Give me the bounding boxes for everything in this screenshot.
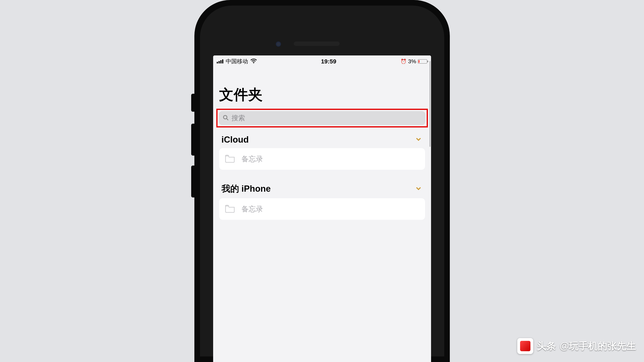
section-title: 我的 iPhone [222,183,271,195]
phone-screen: 中国移动 19:59 ⏰ 3% 文件夹 搜索 [213,55,431,362]
phone-camera [276,41,281,47]
section-title: iCloud [222,135,249,145]
svg-line-2 [227,119,228,120]
folder-label: 备忘录 [242,204,263,214]
folder-icon [225,154,235,164]
search-placeholder: 搜索 [232,113,245,123]
folder-icon [225,204,235,214]
watermark: 头条 @玩手机的张先生 [517,338,636,354]
search-icon [223,115,229,121]
wifi-icon [250,59,257,64]
svg-point-0 [253,63,254,63]
phone-volume-up-button [191,124,194,156]
folder-item-notes-icloud[interactable]: 备忘录 [219,148,425,170]
phone-speaker [294,41,340,46]
battery-icon [418,59,427,64]
search-highlight-annotation: 搜索 [216,109,428,127]
search-input[interactable]: 搜索 [219,111,426,125]
status-bar: 中国移动 19:59 ⏰ 3% [213,55,431,66]
phone-bezel: 中国移动 19:59 ⏰ 3% 文件夹 搜索 [200,5,444,357]
svg-point-1 [223,115,227,119]
folder-label: 备忘录 [242,154,263,164]
battery-percent: 3% [408,58,416,65]
phone-mute-switch [191,94,194,112]
chevron-down-icon [416,185,422,192]
phone-volume-down-button [191,166,194,197]
section-header-myiphone[interactable]: 我的 iPhone [219,176,425,198]
status-time: 19:59 [321,58,336,65]
page-title: 文件夹 [213,66,431,109]
status-bar-right: ⏰ 3% [400,58,427,65]
carrier-label: 中国移动 [226,58,248,65]
chevron-down-icon [416,136,422,143]
section-header-icloud[interactable]: iCloud [219,127,425,148]
folder-item-notes-local[interactable]: 备忘录 [219,198,425,220]
watermark-logo-icon [517,338,533,354]
section-icloud: iCloud 备忘录 [213,127,431,170]
signal-bars-icon [217,59,223,63]
watermark-brand: 头条 [537,340,556,353]
section-myiphone: 我的 iPhone 备忘录 [213,176,431,220]
watermark-author: @玩手机的张先生 [560,340,636,353]
scroll-indicator[interactable] [430,61,430,147]
phone-frame: 中国移动 19:59 ⏰ 3% 文件夹 搜索 [194,0,450,362]
alarm-icon: ⏰ [400,59,406,64]
status-bar-left: 中国移动 [217,58,257,65]
